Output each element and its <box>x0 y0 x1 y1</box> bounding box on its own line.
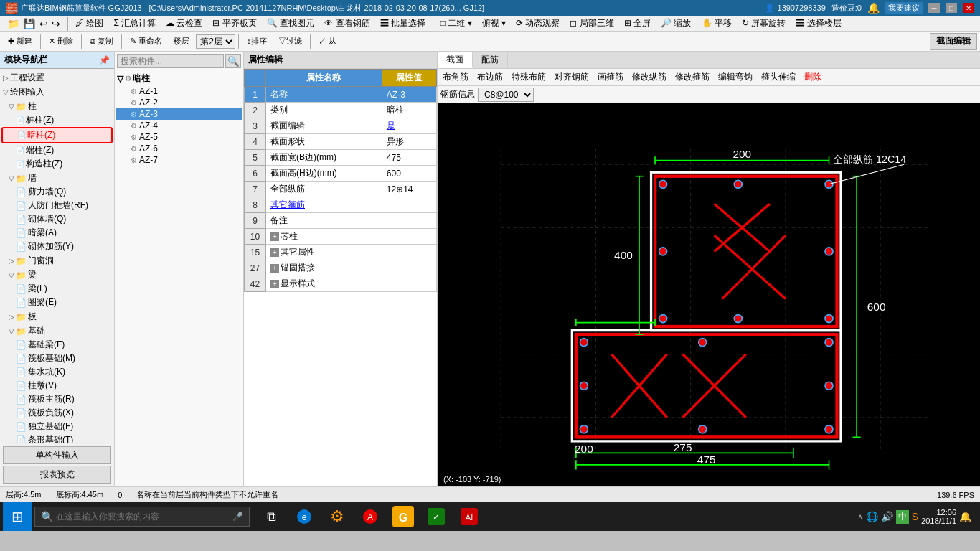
btn-edge-rebar[interactable]: 布边筋 <box>475 70 505 84</box>
floor-select[interactable]: 第2层 <box>196 34 235 49</box>
nav-pin[interactable]: 📌 <box>99 55 110 65</box>
tray-volume[interactable]: 🔊 <box>881 511 893 522</box>
delete-btn[interactable]: ✕ 删除 <box>44 34 78 49</box>
nav-project-header[interactable]: ▷ 工程设置 <box>1 71 113 85</box>
close-btn[interactable]: ✕ <box>963 3 974 13</box>
btn-edit-hook[interactable]: 编辑弯钩 <box>716 70 755 84</box>
nav-item-fbfj[interactable]: 📄筏板负筋(X) <box>1 406 113 420</box>
nav-item-fbzj[interactable]: 📄筏板主筋(R) <box>1 392 113 406</box>
menu-file[interactable]: 📁 💾 ↩ ↪ <box>3 17 65 31</box>
prop-row-1[interactable]: 1 名称 AZ-3 <box>245 87 437 103</box>
single-member-btn[interactable]: 单构件输入 <box>3 446 111 464</box>
member-az3[interactable]: ⚙ AZ-3 <box>116 108 242 120</box>
filter-btn[interactable]: ▽过滤 <box>273 34 307 49</box>
row9-value[interactable] <box>382 213 436 229</box>
search-input[interactable] <box>117 54 224 68</box>
suggestion-btn[interactable]: 我要建议 <box>885 2 923 14</box>
btn-modify-stirrup[interactable]: 修改箍筋 <box>673 70 712 84</box>
rebar-info-select[interactable]: C8@100 <box>478 88 534 102</box>
prop-row-10[interactable]: 10 +芯柱 <box>245 229 437 245</box>
nav-item-al[interactable]: 📄 暗梁(A) <box>1 226 113 240</box>
mic-icon[interactable]: 🎤 <box>232 512 243 522</box>
report-btn[interactable]: 报表预览 <box>3 466 111 484</box>
menu-floor-select[interactable]: ☰ 选择楼层 <box>791 16 845 31</box>
nav-item-txj[interactable]: 📄条形基础(T) <box>1 433 113 443</box>
member-az6[interactable]: ⚙ AZ-6 <box>116 143 242 154</box>
prop-row-4[interactable]: 4 截面形状 异形 <box>245 134 437 150</box>
max-btn[interactable]: □ <box>946 3 957 13</box>
menu-rotate[interactable]: ↻ 屏幕旋转 <box>738 16 790 31</box>
prop-row-6[interactable]: 6 截面高(H边)(mm) 600 <box>245 166 437 182</box>
prop-row-9[interactable]: 9 备注 <box>245 213 437 229</box>
nav-item-zhudun[interactable]: 📄柱墩(V) <box>1 379 113 392</box>
category-expand[interactable]: ▽ <box>117 74 123 84</box>
menu-dynamic[interactable]: ⟳ 动态观察 <box>512 16 564 31</box>
nav-item-zhuzhu[interactable]: 📄 桩柱(Z) <box>1 113 113 127</box>
menu-pan[interactable]: ✋ 平移 <box>697 16 736 31</box>
nav-item-duanzhu[interactable]: 📄 端柱(Z) <box>1 143 113 157</box>
menu-fullscreen[interactable]: ⊞ 全屏 <box>620 16 655 31</box>
menu-view-rebar[interactable]: 👁 查看钢筋 <box>320 16 374 31</box>
new-btn[interactable]: ✚ 新建 <box>3 34 37 49</box>
nav-item-fbj[interactable]: 📄筏板基础(M) <box>1 352 113 365</box>
prop-row-42[interactable]: 42 +显示样式 <box>245 276 437 292</box>
tray-network[interactable]: 🌐 <box>866 511 878 522</box>
nav-door-header[interactable]: ▷ 📁 门窗洞 <box>1 254 113 268</box>
taskbar-app-1[interactable]: ⚙ <box>321 502 353 531</box>
start-button[interactable]: ⊞ <box>3 502 32 531</box>
taskbar-app-ggj[interactable]: G <box>387 502 419 531</box>
clock[interactable]: 12:06 2018/11/1 <box>921 508 956 525</box>
nav-item-rfq[interactable]: 📄 人防门框墙(RF) <box>1 199 113 212</box>
tray-expand[interactable]: ∧ <box>857 512 863 522</box>
member-az5[interactable]: ⚙ AZ-5 <box>116 131 242 143</box>
row3-value[interactable]: 是 <box>382 118 436 134</box>
menu-cloud[interactable]: ☁ 云检查 <box>161 16 207 31</box>
input-method-cn[interactable]: 中 <box>896 510 909 524</box>
row1-value[interactable]: AZ-3 <box>382 87 436 103</box>
notification-icon[interactable]: 🔔 <box>867 2 880 14</box>
taskbar-app-edge[interactable]: e <box>288 502 320 531</box>
nav-item-ql[interactable]: 📄 圈梁(E) <box>1 296 113 309</box>
prop-row-3[interactable]: 3 截面编辑 是 <box>245 118 437 134</box>
nav-draw-header[interactable]: ▽ 绘图输入 <box>1 85 113 99</box>
from-btn[interactable]: ↙ 从 <box>314 34 341 49</box>
menu-view-dir[interactable]: 俯视 ▾ <box>478 16 510 31</box>
tab-section[interactable]: 截面 <box>438 52 473 68</box>
input-method-s[interactable]: S <box>912 511 918 522</box>
prop-row-27[interactable]: 27 +锚固搭接 <box>245 260 437 276</box>
menu-batch[interactable]: ☰ 批量选择 <box>376 16 430 31</box>
member-az2[interactable]: ⚙ AZ-2 <box>116 97 242 108</box>
member-az1[interactable]: ⚙ AZ-1 <box>116 85 242 97</box>
btn-modify-long[interactable]: 修改纵筋 <box>630 70 669 84</box>
menu-align[interactable]: ⊟ 平齐板页 <box>208 16 260 31</box>
nav-foundation-header[interactable]: ▽ 📁 基础 <box>1 324 113 338</box>
menu-calc[interactable]: Σ 汇总计算 <box>109 16 160 31</box>
nav-item-jlq[interactable]: 📄 剪力墙(Q) <box>1 185 113 199</box>
row6-value[interactable]: 600 <box>382 166 436 182</box>
taskbar-search-input[interactable] <box>56 512 230 522</box>
rename-btn[interactable]: ✎ 重命名 <box>125 34 167 49</box>
search-button[interactable]: 🔍 <box>225 54 241 68</box>
member-az7[interactable]: ⚙ AZ-7 <box>116 154 242 166</box>
menu-zoom[interactable]: 🔎 缩放 <box>656 16 695 31</box>
row8-value[interactable] <box>382 197 436 213</box>
row7-value[interactable]: 12⊕14 <box>382 182 436 197</box>
nav-beam-header[interactable]: ▽ 📁 梁 <box>1 268 113 282</box>
nav-item-jsk[interactable]: 📄集水坑(K) <box>1 365 113 379</box>
menu-find[interactable]: 🔍 查找图元 <box>263 16 319 31</box>
sort-btn[interactable]: ↕排序 <box>242 34 272 49</box>
btn-special-rebar[interactable]: 特殊布筋 <box>509 70 548 84</box>
member-az4[interactable]: ⚙ AZ-4 <box>116 120 242 131</box>
nav-item-dlj[interactable]: 📄独立基础(F) <box>1 420 113 433</box>
nav-slab-header[interactable]: ▷ 📁 板 <box>1 310 113 324</box>
taskbar-app-3[interactable]: ✓ <box>420 502 452 531</box>
nav-item-gouzhu[interactable]: 📄 构造柱(Z) <box>1 157 113 171</box>
prop-row-8[interactable]: 8 其它箍筋 <box>245 197 437 213</box>
btn-corner-rebar[interactable]: 布角筋 <box>440 70 471 84</box>
menu-local3d[interactable]: ◻ 局部三维 <box>565 16 618 31</box>
nav-item-anzhu[interactable]: 📄 暗柱(Z) <box>1 127 113 143</box>
nav-item-liang[interactable]: 📄 梁(L) <box>1 282 113 296</box>
nav-wall-header[interactable]: ▽ 📁 墙 <box>1 171 113 185</box>
btn-delete-rebar[interactable]: 删除 <box>802 70 824 84</box>
menu-2d[interactable]: □ 二维 ▾ <box>436 16 476 31</box>
